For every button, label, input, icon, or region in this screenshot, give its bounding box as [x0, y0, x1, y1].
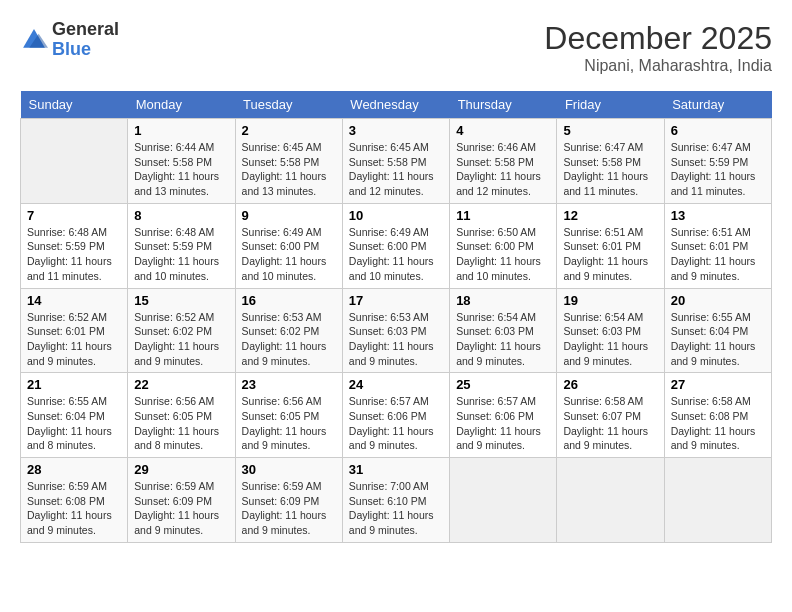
title-block: December 2025 Nipani, Maharashtra, India	[544, 20, 772, 75]
calendar-cell: 25Sunrise: 6:57 AM Sunset: 6:06 PM Dayli…	[450, 373, 557, 458]
calendar-cell: 6Sunrise: 6:47 AM Sunset: 5:59 PM Daylig…	[664, 119, 771, 204]
calendar-cell	[21, 119, 128, 204]
calendar-week-3: 14Sunrise: 6:52 AM Sunset: 6:01 PM Dayli…	[21, 288, 772, 373]
calendar-cell: 31Sunrise: 7:00 AM Sunset: 6:10 PM Dayli…	[342, 458, 449, 543]
day-info: Sunrise: 6:56 AM Sunset: 6:05 PM Dayligh…	[242, 394, 336, 453]
day-info: Sunrise: 6:54 AM Sunset: 6:03 PM Dayligh…	[563, 310, 657, 369]
calendar-cell: 23Sunrise: 6:56 AM Sunset: 6:05 PM Dayli…	[235, 373, 342, 458]
day-info: Sunrise: 6:44 AM Sunset: 5:58 PM Dayligh…	[134, 140, 228, 199]
day-info: Sunrise: 6:58 AM Sunset: 6:07 PM Dayligh…	[563, 394, 657, 453]
day-number: 17	[349, 293, 443, 308]
day-number: 26	[563, 377, 657, 392]
day-number: 4	[456, 123, 550, 138]
day-number: 10	[349, 208, 443, 223]
calendar-cell: 21Sunrise: 6:55 AM Sunset: 6:04 PM Dayli…	[21, 373, 128, 458]
calendar-cell: 13Sunrise: 6:51 AM Sunset: 6:01 PM Dayli…	[664, 203, 771, 288]
calendar-cell: 8Sunrise: 6:48 AM Sunset: 5:59 PM Daylig…	[128, 203, 235, 288]
day-number: 5	[563, 123, 657, 138]
calendar-cell: 14Sunrise: 6:52 AM Sunset: 6:01 PM Dayli…	[21, 288, 128, 373]
calendar-cell: 27Sunrise: 6:58 AM Sunset: 6:08 PM Dayli…	[664, 373, 771, 458]
day-info: Sunrise: 6:48 AM Sunset: 5:59 PM Dayligh…	[27, 225, 121, 284]
day-number: 8	[134, 208, 228, 223]
day-number: 16	[242, 293, 336, 308]
day-number: 28	[27, 462, 121, 477]
day-info: Sunrise: 6:47 AM Sunset: 5:59 PM Dayligh…	[671, 140, 765, 199]
day-number: 20	[671, 293, 765, 308]
weekday-header-thursday: Thursday	[450, 91, 557, 119]
calendar-cell	[557, 458, 664, 543]
day-info: Sunrise: 6:55 AM Sunset: 6:04 PM Dayligh…	[671, 310, 765, 369]
day-info: Sunrise: 6:54 AM Sunset: 6:03 PM Dayligh…	[456, 310, 550, 369]
weekday-header-sunday: Sunday	[21, 91, 128, 119]
calendar-cell: 17Sunrise: 6:53 AM Sunset: 6:03 PM Dayli…	[342, 288, 449, 373]
calendar-week-4: 21Sunrise: 6:55 AM Sunset: 6:04 PM Dayli…	[21, 373, 772, 458]
logo-icon	[20, 26, 48, 54]
day-number: 22	[134, 377, 228, 392]
day-info: Sunrise: 6:51 AM Sunset: 6:01 PM Dayligh…	[563, 225, 657, 284]
calendar-cell: 2Sunrise: 6:45 AM Sunset: 5:58 PM Daylig…	[235, 119, 342, 204]
day-info: Sunrise: 6:49 AM Sunset: 6:00 PM Dayligh…	[242, 225, 336, 284]
location-text: Nipani, Maharashtra, India	[544, 57, 772, 75]
calendar-cell: 15Sunrise: 6:52 AM Sunset: 6:02 PM Dayli…	[128, 288, 235, 373]
day-info: Sunrise: 6:55 AM Sunset: 6:04 PM Dayligh…	[27, 394, 121, 453]
day-info: Sunrise: 6:59 AM Sunset: 6:09 PM Dayligh…	[242, 479, 336, 538]
day-number: 3	[349, 123, 443, 138]
day-info: Sunrise: 6:57 AM Sunset: 6:06 PM Dayligh…	[456, 394, 550, 453]
day-info: Sunrise: 6:59 AM Sunset: 6:09 PM Dayligh…	[134, 479, 228, 538]
month-title: December 2025	[544, 20, 772, 57]
calendar-week-5: 28Sunrise: 6:59 AM Sunset: 6:08 PM Dayli…	[21, 458, 772, 543]
calendar-cell: 10Sunrise: 6:49 AM Sunset: 6:00 PM Dayli…	[342, 203, 449, 288]
calendar-table: SundayMondayTuesdayWednesdayThursdayFrid…	[20, 91, 772, 543]
weekday-header-saturday: Saturday	[664, 91, 771, 119]
calendar-cell: 20Sunrise: 6:55 AM Sunset: 6:04 PM Dayli…	[664, 288, 771, 373]
day-number: 1	[134, 123, 228, 138]
calendar-cell: 4Sunrise: 6:46 AM Sunset: 5:58 PM Daylig…	[450, 119, 557, 204]
day-number: 31	[349, 462, 443, 477]
day-number: 6	[671, 123, 765, 138]
calendar-cell: 12Sunrise: 6:51 AM Sunset: 6:01 PM Dayli…	[557, 203, 664, 288]
day-info: Sunrise: 6:48 AM Sunset: 5:59 PM Dayligh…	[134, 225, 228, 284]
weekday-header-monday: Monday	[128, 91, 235, 119]
day-number: 9	[242, 208, 336, 223]
day-number: 18	[456, 293, 550, 308]
day-number: 24	[349, 377, 443, 392]
calendar-cell	[450, 458, 557, 543]
day-info: Sunrise: 6:58 AM Sunset: 6:08 PM Dayligh…	[671, 394, 765, 453]
weekday-header-row: SundayMondayTuesdayWednesdayThursdayFrid…	[21, 91, 772, 119]
day-number: 12	[563, 208, 657, 223]
day-number: 13	[671, 208, 765, 223]
calendar-cell: 9Sunrise: 6:49 AM Sunset: 6:00 PM Daylig…	[235, 203, 342, 288]
logo: General Blue	[20, 20, 119, 60]
day-info: Sunrise: 6:51 AM Sunset: 6:01 PM Dayligh…	[671, 225, 765, 284]
weekday-header-friday: Friday	[557, 91, 664, 119]
day-info: Sunrise: 6:56 AM Sunset: 6:05 PM Dayligh…	[134, 394, 228, 453]
weekday-header-tuesday: Tuesday	[235, 91, 342, 119]
calendar-week-2: 7Sunrise: 6:48 AM Sunset: 5:59 PM Daylig…	[21, 203, 772, 288]
day-number: 19	[563, 293, 657, 308]
page-header: General Blue December 2025 Nipani, Mahar…	[20, 20, 772, 75]
day-number: 15	[134, 293, 228, 308]
day-info: Sunrise: 6:52 AM Sunset: 6:02 PM Dayligh…	[134, 310, 228, 369]
calendar-cell: 24Sunrise: 6:57 AM Sunset: 6:06 PM Dayli…	[342, 373, 449, 458]
day-info: Sunrise: 6:49 AM Sunset: 6:00 PM Dayligh…	[349, 225, 443, 284]
day-number: 27	[671, 377, 765, 392]
weekday-header-wednesday: Wednesday	[342, 91, 449, 119]
day-info: Sunrise: 6:47 AM Sunset: 5:58 PM Dayligh…	[563, 140, 657, 199]
calendar-cell	[664, 458, 771, 543]
calendar-week-1: 1Sunrise: 6:44 AM Sunset: 5:58 PM Daylig…	[21, 119, 772, 204]
day-info: Sunrise: 6:46 AM Sunset: 5:58 PM Dayligh…	[456, 140, 550, 199]
day-number: 11	[456, 208, 550, 223]
day-number: 25	[456, 377, 550, 392]
logo-text: General Blue	[52, 20, 119, 60]
day-info: Sunrise: 6:57 AM Sunset: 6:06 PM Dayligh…	[349, 394, 443, 453]
calendar-cell: 16Sunrise: 6:53 AM Sunset: 6:02 PM Dayli…	[235, 288, 342, 373]
day-info: Sunrise: 6:59 AM Sunset: 6:08 PM Dayligh…	[27, 479, 121, 538]
calendar-cell: 5Sunrise: 6:47 AM Sunset: 5:58 PM Daylig…	[557, 119, 664, 204]
calendar-cell: 1Sunrise: 6:44 AM Sunset: 5:58 PM Daylig…	[128, 119, 235, 204]
day-number: 23	[242, 377, 336, 392]
day-info: Sunrise: 7:00 AM Sunset: 6:10 PM Dayligh…	[349, 479, 443, 538]
calendar-cell: 30Sunrise: 6:59 AM Sunset: 6:09 PM Dayli…	[235, 458, 342, 543]
day-info: Sunrise: 6:50 AM Sunset: 6:00 PM Dayligh…	[456, 225, 550, 284]
calendar-cell: 22Sunrise: 6:56 AM Sunset: 6:05 PM Dayli…	[128, 373, 235, 458]
day-number: 21	[27, 377, 121, 392]
